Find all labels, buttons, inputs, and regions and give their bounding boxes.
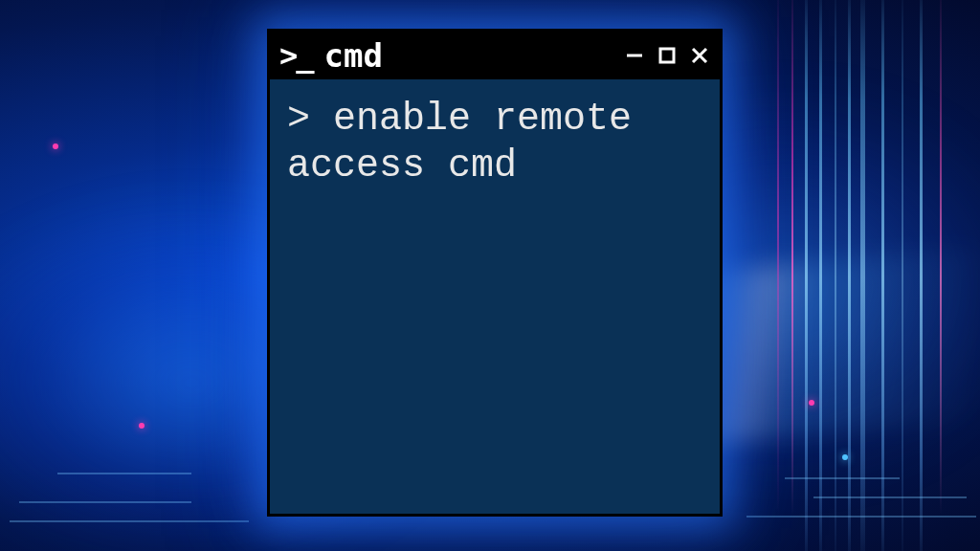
minimize-button[interactable] xyxy=(624,45,645,66)
prompt-symbol: > xyxy=(287,98,310,141)
maximize-button[interactable] xyxy=(657,45,678,66)
svg-rect-1 xyxy=(660,49,674,62)
window-title: cmd xyxy=(324,36,624,75)
close-button[interactable] xyxy=(689,45,710,66)
terminal-window: >_ cmd > enable remote access cmd xyxy=(267,29,723,517)
window-controls xyxy=(624,45,710,66)
prompt-icon: >_ xyxy=(279,37,313,74)
command-text: enable remote access cmd xyxy=(287,98,632,187)
terminal-body[interactable]: > enable remote access cmd xyxy=(270,79,720,208)
titlebar[interactable]: >_ cmd xyxy=(270,32,720,79)
